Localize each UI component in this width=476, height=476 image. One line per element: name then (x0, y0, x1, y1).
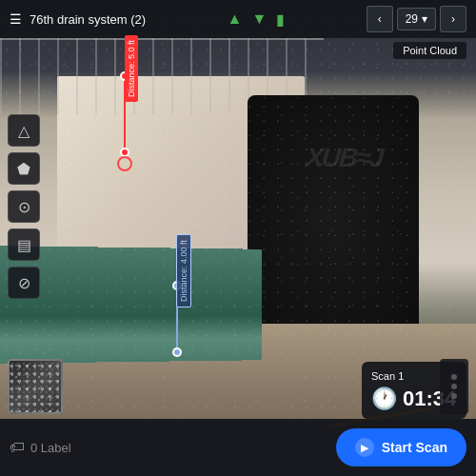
tunnel-area (248, 95, 419, 343)
mini-dot-3 (451, 393, 457, 399)
pin-tool-icon: ⊙ (18, 198, 30, 216)
scan-title: Scan 1 (371, 370, 404, 382)
page-dropdown-icon: ▾ (422, 12, 427, 26)
measurement-annotation-red: Distance: 5.0 ft (124, 76, 126, 152)
shape-tool-icon: ⬟ (17, 160, 30, 178)
left-toolbar: △ ⬟ ⊙ ▤ ⊘ (8, 114, 40, 299)
start-scan-play-icon: ▶ (355, 438, 374, 457)
top-header: ☰ 76th drain system (2) ▲ ▼ ▮ ‹ 29 ▾ › (0, 0, 476, 38)
measurement-dot-bottom-blue (172, 347, 182, 357)
scene-thumbnail[interactable] (8, 359, 63, 414)
page-number: 29 (406, 12, 418, 26)
app-container: XUB≈J ☰ 76th drain system (2) ▲ ▼ ▮ ‹ 29… (0, 0, 476, 476)
right-mini-panel (440, 359, 468, 414)
header-status-icons: ▲ ▼ ▮ (228, 10, 286, 29)
label-tag-icon: 🏷 (10, 439, 25, 456)
graffiti-text: XUB≈J (302, 143, 402, 200)
mini-dot-2 (451, 384, 457, 389)
triangle-tool-button[interactable]: △ (8, 114, 40, 147)
project-title: 76th drain system (2) (30, 12, 146, 27)
measurement-line-blue: Distance: 4.00 ft (176, 286, 178, 352)
layers-tool-icon: ▤ (17, 236, 31, 254)
label-section: 🏷 0 Label (10, 439, 327, 456)
layers-tool-button[interactable]: ▤ (8, 228, 40, 261)
disable-tool-icon: ⊘ (18, 274, 30, 292)
measurement-circle-red (117, 156, 132, 171)
prev-page-button[interactable]: ‹ (367, 6, 393, 32)
bottom-toolbar: 🏷 0 Label ▶ Start Scan (0, 419, 476, 476)
header-left-section: ☰ 76th drain system (2) (10, 11, 146, 27)
pin-tool-button[interactable]: ⊙ (8, 190, 40, 223)
start-scan-button[interactable]: ▶ Start Scan (336, 428, 466, 466)
measurement-annotation-blue: Distance: 4.00 ft (176, 286, 178, 352)
hamburger-menu-icon[interactable]: ☰ (10, 11, 22, 27)
shape-tool-button[interactable]: ⬟ (8, 152, 40, 185)
triangle-tool-icon: △ (18, 122, 30, 140)
thumbnail-preview (10, 361, 61, 412)
measurement-value-blue[interactable]: Distance: 4.00 ft (176, 234, 191, 307)
next-page-button[interactable]: › (440, 6, 466, 32)
header-navigation: ‹ 29 ▾ › (367, 6, 466, 32)
mini-dot-1 (451, 374, 457, 380)
point-cloud-label: Point Cloud (393, 42, 466, 59)
disable-tool-button[interactable]: ⊘ (8, 267, 40, 299)
measurement-line-red: Distance: 5.0 ft (124, 76, 126, 152)
start-scan-label: Start Scan (382, 440, 447, 455)
label-count-text: 0 Label (30, 441, 71, 455)
page-indicator[interactable]: 29 ▾ (397, 8, 436, 30)
scan-time-icon: 🕐 (371, 387, 397, 411)
measurement-value-red[interactable]: Distance: 5.0 ft (125, 35, 138, 102)
battery-icon: ▮ (276, 10, 285, 29)
signal-icon: ▲ (228, 10, 243, 28)
wifi-icon: ▼ (251, 10, 267, 28)
